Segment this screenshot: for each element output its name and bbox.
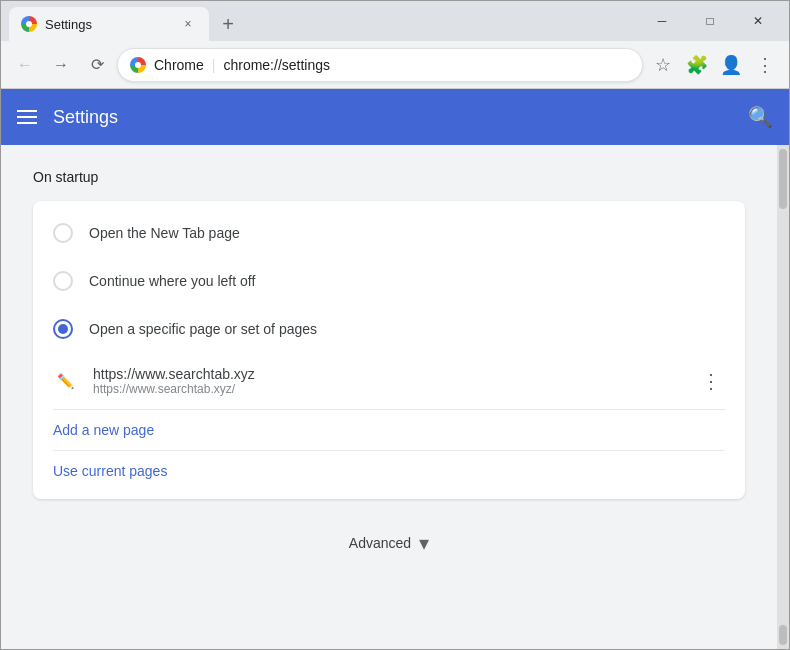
advanced-section: Advanced ▾ [33, 531, 745, 555]
hamburger-line-1 [17, 110, 37, 112]
radio-new-tab[interactable] [53, 223, 73, 243]
toolbar-icons: ☆ 🧩 👤 ⋮ [647, 49, 781, 81]
option-new-tab[interactable]: Open the New Tab page [33, 209, 745, 257]
main-content: PC On startup Open the New Tab page Cont… [1, 145, 789, 649]
omnibox-favicon [130, 57, 146, 73]
address-bar: ← → ⟳ Chrome | chrome://settings ☆ 🧩 👤 ⋮ [1, 41, 789, 89]
page-edit-icon: ✏️ [53, 369, 77, 393]
tab-favicon [21, 16, 37, 32]
minimize-button[interactable]: ─ [639, 7, 685, 35]
option-continue-label: Continue where you left off [89, 273, 255, 289]
url-display: chrome://settings [223, 57, 330, 73]
omnibox[interactable]: Chrome | chrome://settings [117, 48, 643, 82]
startup-page-item: ✏️ https://www.searchtab.xyz https://www… [33, 353, 745, 409]
url-separator: | [212, 57, 216, 73]
tab-close-button[interactable]: × [179, 15, 197, 33]
settings-header: Settings 🔍 [1, 89, 789, 145]
scrollbar-track[interactable] [777, 145, 789, 649]
maximize-button[interactable]: □ [687, 7, 733, 35]
on-startup-title: On startup [33, 169, 745, 185]
radio-specific[interactable] [53, 319, 73, 339]
active-tab[interactable]: Settings × [9, 7, 209, 41]
scrollbar-thumb-bottom[interactable] [779, 625, 787, 645]
page-menu-button[interactable]: ⋮ [697, 365, 725, 397]
content-area: PC On startup Open the New Tab page Cont… [1, 145, 777, 649]
reload-button[interactable]: ⟳ [81, 49, 113, 81]
hamburger-line-2 [17, 116, 37, 118]
advanced-label: Advanced [349, 535, 411, 551]
hamburger-menu[interactable] [17, 110, 37, 124]
startup-options-card: Open the New Tab page Continue where you… [33, 201, 745, 499]
settings-page-title: Settings [53, 107, 732, 128]
browser-name: Chrome [154, 57, 204, 73]
extensions-button[interactable]: 🧩 [681, 49, 713, 81]
option-continue[interactable]: Continue where you left off [33, 257, 745, 305]
page-url-title: https://www.searchtab.xyz [93, 366, 681, 382]
hamburger-line-3 [17, 122, 37, 124]
bookmark-button[interactable]: ☆ [647, 49, 679, 81]
forward-button[interactable]: → [45, 49, 77, 81]
scrollbar-thumb-top[interactable] [779, 149, 787, 209]
back-button[interactable]: ← [9, 49, 41, 81]
close-button[interactable]: ✕ [735, 7, 781, 35]
tab-title: Settings [45, 17, 171, 32]
page-url-sub: https://www.searchtab.xyz/ [93, 382, 681, 396]
page-info: https://www.searchtab.xyz https://www.se… [93, 366, 681, 396]
option-new-tab-label: Open the New Tab page [89, 225, 240, 241]
menu-button[interactable]: ⋮ [749, 49, 781, 81]
settings-search-button[interactable]: 🔍 [748, 105, 773, 129]
advanced-arrow-icon[interactable]: ▾ [419, 531, 429, 555]
radio-continue[interactable] [53, 271, 73, 291]
option-specific-label: Open a specific page or set of pages [89, 321, 317, 337]
option-specific[interactable]: Open a specific page or set of pages [33, 305, 745, 353]
title-bar: Settings × + ─ □ ✕ [1, 1, 789, 41]
add-new-page-button[interactable]: Add a new page [33, 410, 174, 450]
profile-button[interactable]: 👤 [715, 49, 747, 81]
new-tab-button[interactable]: + [213, 7, 243, 41]
window-controls: ─ □ ✕ [639, 7, 781, 41]
use-current-pages-button[interactable]: Use current pages [33, 451, 187, 491]
